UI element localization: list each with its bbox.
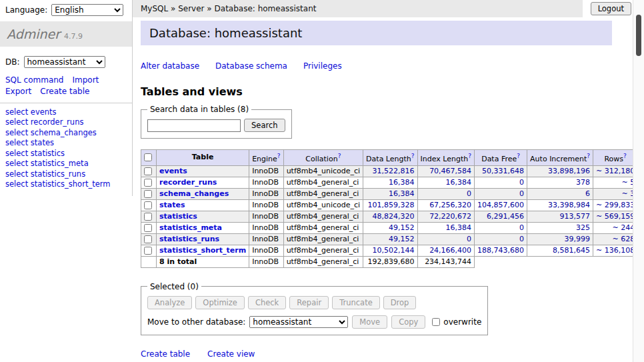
rows-link[interactable]: ~ 569,159 (596, 212, 635, 221)
select-link-events[interactable]: select (5, 107, 28, 117)
table-link-events[interactable]: events (31, 107, 57, 117)
table-link-statistics-meta[interactable]: statistics_meta (31, 159, 89, 168)
data-free-link[interactable]: 6,291,456 (487, 212, 524, 221)
sidebar-link-export[interactable]: Export (5, 87, 31, 96)
auto-increment-link[interactable]: 6 (585, 189, 590, 198)
help-link-engine[interactable]: ? (277, 153, 281, 159)
data-free-link[interactable]: 104,857,600 (477, 201, 524, 209)
data-free-link[interactable]: 50,331,648 (482, 167, 524, 175)
data-length-link[interactable]: 49,152 (389, 223, 415, 232)
rows-link[interactable]: ~ 312,180 (596, 167, 635, 175)
data-length-link[interactable]: 49,152 (389, 235, 415, 243)
database-schema-link[interactable]: Database schema (215, 61, 287, 71)
help-link-rows[interactable]: ? (623, 153, 627, 159)
data-length-link[interactable]: 101,859,328 (368, 201, 415, 209)
select-link-statistics-short-term[interactable]: select (5, 179, 28, 189)
select-link-statistics-runs[interactable]: select (5, 169, 28, 179)
select-link-states[interactable]: select (5, 138, 28, 147)
logout-button[interactable]: Logout (591, 2, 631, 15)
row-checkbox-statistics-meta[interactable] (144, 224, 152, 232)
index-length-link[interactable]: 0 (467, 189, 471, 198)
help-link-data-free[interactable]: ? (517, 153, 520, 159)
select-link-statistics-meta[interactable]: select (5, 159, 28, 168)
table-name-link-schema-changes[interactable]: schema_changes (159, 189, 229, 198)
drop-button[interactable]: Drop (383, 296, 417, 309)
sidebar-link-import[interactable]: Import (72, 75, 99, 85)
sidebar-link-sql-command[interactable]: SQL command (5, 75, 63, 85)
alter-database-link[interactable]: Alter database (141, 61, 199, 71)
data-length-link[interactable]: 48,824,320 (373, 212, 415, 221)
select-link-statistics[interactable]: select (5, 149, 28, 158)
check-button[interactable]: Check (248, 296, 286, 309)
data-free-link[interactable]: 0 (519, 235, 524, 243)
rows-link[interactable]: ~ 299,833 (596, 201, 635, 209)
scrollbar-thumb[interactable] (636, 15, 641, 56)
search-input[interactable] (147, 119, 241, 132)
auto-increment-link[interactable]: 378 (576, 178, 590, 187)
breadcrumb-link-server[interactable]: Server (178, 4, 204, 13)
index-length-link[interactable]: 70,467,584 (429, 167, 471, 175)
data-free-link[interactable]: 0 (519, 178, 524, 187)
auto-increment-link[interactable]: 39,999 (565, 235, 591, 243)
privileges-link[interactable]: Privileges (303, 61, 342, 71)
language-select[interactable]: English (51, 4, 123, 16)
auto-increment-link[interactable]: 33,898,196 (548, 167, 590, 175)
select-link-schema-changes[interactable]: select (5, 128, 28, 137)
data-free-link[interactable]: 188,743,680 (477, 246, 524, 255)
scrollbar[interactable] (633, 0, 644, 362)
data-length-link[interactable]: 16,384 (389, 178, 415, 187)
table-link-statistics-short-term[interactable]: statistics_short_term (31, 179, 111, 189)
table-name-link-recorder-runs[interactable]: recorder_runs (159, 178, 217, 187)
data-length-link[interactable]: 16,384 (389, 189, 415, 198)
table-name-link-statistics[interactable]: statistics (159, 212, 197, 221)
rows-link[interactable]: ~ 628 (612, 235, 635, 243)
row-checkbox-statistics-short-term[interactable] (144, 247, 152, 255)
row-checkbox-events[interactable] (144, 167, 152, 175)
help-link-data-length[interactable]: ? (411, 153, 415, 159)
help-link-auto-increment[interactable]: ? (587, 153, 590, 159)
row-checkbox-states[interactable] (144, 201, 152, 209)
table-link-statistics-runs[interactable]: statistics_runs (31, 169, 85, 179)
index-length-link[interactable]: 16,384 (446, 223, 472, 232)
index-length-link[interactable]: 24,166,400 (429, 246, 471, 255)
row-checkbox-schema-changes[interactable] (144, 190, 152, 198)
auto-increment-link[interactable]: 913,577 (560, 212, 591, 221)
search-button[interactable]: Search (244, 119, 285, 132)
overwrite-checkbox[interactable] (432, 318, 440, 326)
analyze-button[interactable]: Analyze (147, 296, 192, 309)
data-length-link[interactable]: 31,522,816 (373, 167, 415, 175)
table-name-link-statistics-short-term[interactable]: statistics_short_term (159, 246, 246, 255)
table-link-states[interactable]: states (31, 138, 54, 147)
auto-increment-link[interactable]: 8,581,645 (553, 246, 590, 255)
db-select[interactable]: homeassistant (24, 56, 105, 68)
help-link-collation[interactable]: ? (338, 153, 341, 159)
row-checkbox-statistics-runs[interactable] (144, 235, 152, 243)
auto-increment-link[interactable]: 325 (576, 223, 590, 232)
select-all-checkbox[interactable] (144, 153, 152, 161)
table-name-link-statistics-meta[interactable]: statistics_meta (159, 223, 222, 232)
help-link-index-length[interactable]: ? (468, 153, 471, 159)
sidebar-link-create-table[interactable]: Create table (40, 87, 89, 96)
index-length-link[interactable]: 67,256,320 (429, 201, 471, 209)
table-link-schema-changes[interactable]: schema_changes (31, 128, 97, 137)
repair-button[interactable]: Repair (289, 296, 329, 309)
truncate-button[interactable]: Truncate (332, 296, 380, 309)
auto-increment-link[interactable]: 33,398,984 (548, 201, 590, 209)
table-name-link-states[interactable]: states (159, 201, 185, 209)
optimize-button[interactable]: Optimize (195, 296, 245, 309)
row-checkbox-statistics[interactable] (144, 213, 152, 221)
index-length-link[interactable]: 0 (467, 235, 471, 243)
copy-button[interactable]: Copy (391, 315, 425, 329)
overwrite-option[interactable]: overwrite (432, 317, 481, 327)
index-length-link[interactable]: 72,220,672 (429, 212, 471, 221)
table-link-recorder-runs[interactable]: recorder_runs (31, 117, 84, 127)
data-free-link[interactable]: 0 (519, 189, 524, 198)
rows-link[interactable]: ~ 244 (612, 223, 635, 232)
table-link-statistics[interactable]: statistics (31, 149, 65, 158)
data-length-link[interactable]: 10,502,144 (373, 246, 415, 255)
create-view-link[interactable]: Create view (207, 349, 255, 359)
create-table-link[interactable]: Create table (141, 349, 190, 359)
table-name-link-statistics-runs[interactable]: statistics_runs (159, 235, 219, 243)
data-free-link[interactable]: 0 (519, 223, 524, 232)
rows-link[interactable]: ~ 136,108 (596, 246, 635, 255)
